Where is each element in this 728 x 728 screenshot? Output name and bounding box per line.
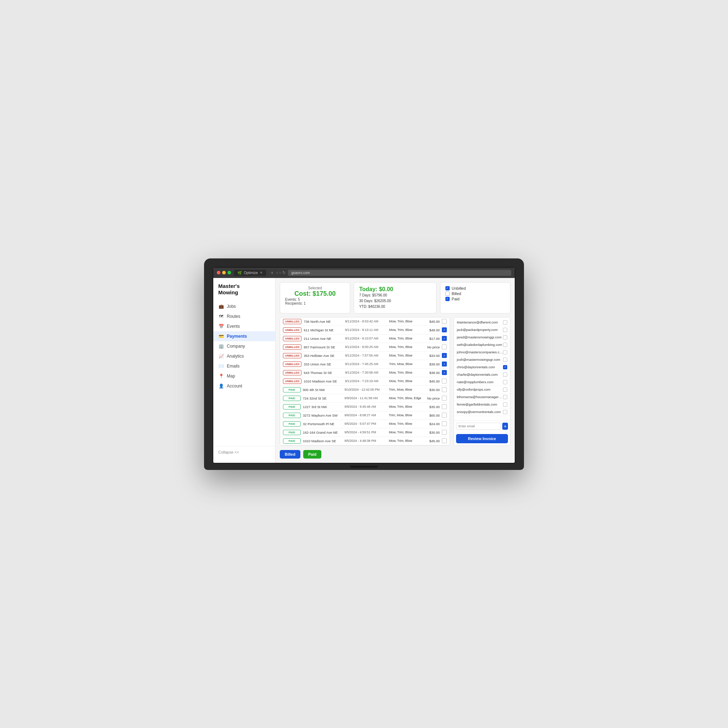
table-row[interactable]: UNBILLED 857 Fairmount St SE 9/11/2024 -… [280, 343, 450, 352]
row-checkbox[interactable] [442, 379, 447, 384]
row-date: 9/11/2024 - 8:53:42 AM [345, 320, 387, 323]
tab-close-icon[interactable]: ✕ [260, 271, 263, 274]
email-item[interactable]: charlie@daytonrentals.com [454, 371, 510, 379]
minimize-button[interactable] [222, 271, 226, 274]
close-button[interactable] [217, 271, 220, 274]
row-checkbox[interactable] [442, 438, 447, 443]
email-input[interactable] [456, 423, 501, 430]
row-checkbox[interactable]: ✓ [442, 353, 447, 358]
unbilled-checkbox[interactable]: ✓ [445, 286, 450, 291]
email-item[interactable]: seth@caledonlaplumbing.com [454, 341, 510, 349]
email-checkbox[interactable] [503, 410, 507, 414]
row-address: 1010 Madison Ave SE [304, 379, 343, 383]
row-address: 32 Portsmouth Pl NE [303, 422, 342, 426]
reload-icon[interactable]: ↻ [282, 270, 286, 275]
sidebar-item-map[interactable]: 📍 Map [213, 371, 275, 381]
row-checkbox[interactable]: ✓ [442, 370, 447, 375]
row-checkbox[interactable] [442, 430, 447, 435]
table-row[interactable]: PAID ...igan St NE 9/5/2024 - 4:45:14 PM… [280, 445, 450, 446]
new-tab-icon[interactable]: + [271, 270, 273, 275]
row-checkbox[interactable] [442, 319, 447, 324]
row-checkbox[interactable] [442, 344, 447, 349]
row-checkbox[interactable] [442, 387, 447, 392]
table-row[interactable]: PAID 724 32nd St SE 9/9/2024 - 11:41:58 … [280, 394, 450, 403]
email-checkbox[interactable] [503, 395, 507, 399]
row-checkbox[interactable] [442, 396, 447, 401]
table-row[interactable]: UNBILLED 333 Union Ave SE 9/11/2024 - 7:… [280, 360, 450, 369]
sidebar-item-payments[interactable]: 💳 Payments [213, 331, 275, 341]
email-checkbox[interactable] [503, 373, 507, 377]
email-checkbox[interactable] [503, 358, 507, 362]
email-item[interactable]: chris@daytonrentals.com ✓ [454, 364, 510, 371]
add-email-button[interactable]: + [502, 423, 508, 430]
selected-panel: Selected Cost: $175.00 Events: 5 Recipie… [280, 282, 350, 314]
row-checkbox[interactable] [442, 421, 447, 426]
table-row[interactable]: PAID 32 Portsmouth Pl NE 9/5/2024 - 5:07… [280, 420, 450, 428]
row-checkbox[interactable] [442, 404, 447, 409]
collapse-button[interactable]: Collapse << [213, 446, 275, 458]
table-row[interactable]: UNBILLED 736 North Ave NE 9/11/2024 - 8:… [280, 317, 450, 326]
table-row[interactable]: UNBILLED 611 Michigan St NE 9/11/2024 - … [280, 326, 450, 335]
email-checkbox[interactable] [503, 350, 507, 355]
email-item[interactable]: josh@mastermowingsgr.com [454, 356, 510, 364]
table-row[interactable]: UNBILLED 211 Union Ave NE 9/11/2024 - 8:… [280, 335, 450, 343]
email-checkbox[interactable]: ✓ [503, 365, 507, 369]
filter-unbilled[interactable]: ✓ Unbilled [445, 286, 505, 291]
table-row[interactable]: PAID 1010 Madison Ave SE 9/5/2024 - 4:48… [280, 437, 450, 445]
email-item[interactable]: kthomama@housemanagers.com [454, 393, 510, 401]
row-date: 9/11/2024 - 7:45:25 AM [345, 362, 387, 366]
email-checkbox[interactable] [503, 380, 507, 384]
sidebar-item-analytics[interactable]: 📈 Analytics [213, 351, 275, 361]
table-row[interactable]: PAID 900 4th St NW 9/10/2024 - 12:42:05 … [280, 386, 450, 394]
sidebar-item-jobs[interactable]: 💼 Jobs [213, 301, 275, 311]
fullscreen-button[interactable] [228, 271, 231, 274]
row-date: 9/5/2024 - 4:48:38 PM [344, 439, 387, 442]
sidebar-item-emails[interactable]: ✉️ Emails [213, 361, 275, 371]
forward-icon[interactable]: › [279, 270, 281, 275]
email-item[interactable]: snoopy@vermontrentals.com [454, 408, 510, 416]
sidebar-item-account[interactable]: 👤 Account [213, 381, 275, 391]
email-item[interactable]: johno@masterscompanies.com [454, 349, 510, 356]
billed-button[interactable]: Billed [280, 450, 300, 459]
review-invoice-button[interactable]: Review Invoice [456, 434, 508, 443]
email-item[interactable]: Maintenance@dfwrent.com [454, 319, 510, 326]
filter-billed[interactable]: Billed [445, 292, 505, 296]
row-checkbox[interactable]: ✓ [442, 361, 447, 367]
jobs-icon: 💼 [218, 304, 224, 309]
status-badge: UNBILLED [283, 336, 301, 341]
table-row[interactable]: UNBILLED 643 Thomas St SE 9/11/2024 - 7:… [280, 369, 450, 377]
table-row[interactable]: PAID 162-164 Grand Ave NE 9/5/2024 - 4:5… [280, 428, 450, 437]
email-address: snoopy@vermontrentals.com [457, 410, 503, 414]
row-checkbox[interactable] [442, 413, 447, 418]
table-row[interactable]: PAID 3272 Wayburn Ave SW 9/6/2024 - 8:08… [280, 411, 450, 420]
top-panels: Selected Cost: $175.00 Events: 5 Recipie… [280, 282, 511, 314]
email-item[interactable]: jared@mastersmowinggr.com [454, 334, 510, 341]
paid-checkbox[interactable]: ✓ [445, 297, 450, 301]
table-row[interactable]: PAID 1227 3rd St NW 9/9/2024 - 9:45:46 A… [280, 403, 450, 411]
table-row[interactable]: UNBILLED 353 Hollister Ave SE 9/11/2024 … [280, 352, 450, 360]
url-bar[interactable]: goavro.com [288, 270, 511, 276]
row-service: Mow, Trim, Blow [389, 345, 423, 349]
email-checkbox[interactable] [503, 387, 507, 392]
table-row[interactable]: UNBILLED 1010 Madison Ave SE 9/11/2024 -… [280, 377, 450, 386]
filter-paid[interactable]: ✓ Paid [445, 297, 505, 301]
back-icon[interactable]: ‹ [277, 270, 278, 275]
row-checkbox[interactable]: ✓ [442, 327, 447, 332]
email-checkbox[interactable] [503, 402, 507, 407]
billed-checkbox[interactable] [445, 292, 450, 296]
sidebar-item-company[interactable]: 🏢 Company [213, 341, 275, 351]
email-checkbox[interactable] [503, 320, 507, 324]
email-checkbox[interactable] [503, 328, 507, 332]
sidebar-item-events[interactable]: 📅 Events [213, 321, 275, 331]
row-checkbox[interactable]: ✓ [442, 336, 447, 341]
sidebar-item-routes[interactable]: 🗺 Routes [213, 311, 275, 321]
email-item[interactable]: nate@nspplumbers.com [454, 379, 510, 386]
email-item[interactable]: olly@oxfordprops.com [454, 386, 510, 393]
email-checkbox[interactable] [503, 335, 507, 340]
email-checkbox[interactable] [503, 343, 507, 347]
email-item[interactable]: fernie@garfieldrentals.com [454, 401, 510, 408]
paid-button[interactable]: Paid [303, 450, 321, 459]
browser-tab[interactable]: 🌿 Optimize ✕ [234, 270, 266, 276]
email-item[interactable]: jack@packardproperty.com [454, 326, 510, 334]
data-table-wrapper: UNBILLED 736 North Ave NE 9/11/2024 - 8:… [280, 317, 511, 446]
